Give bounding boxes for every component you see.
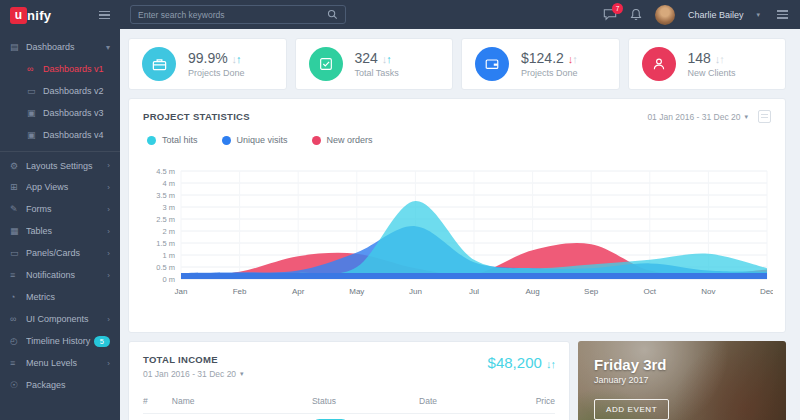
svg-text:4 m: 4 m xyxy=(162,179,175,188)
chevron-right-icon: › xyxy=(107,249,110,258)
sidebar-item-notifications[interactable]: ≡Notifications› xyxy=(0,264,120,286)
sidebar-item-dashboards-v3[interactable]: ▣Dashboards v3 xyxy=(0,102,120,124)
user-name[interactable]: Charlie Bailey xyxy=(688,10,744,20)
income-table: #NameStatusDatePrice 1 Business Tools Pa… xyxy=(143,392,555,420)
sidebar-item-dashboards[interactable]: ▤Dashboards▾ xyxy=(0,36,120,58)
sidebar-item-timeline-history[interactable]: ◴Timeline History5 xyxy=(0,330,120,352)
stat-card-new-clients: 148 ↓↑ New Clients xyxy=(628,38,787,90)
svg-text:Dec: Dec xyxy=(760,287,773,296)
legend-item-new-orders[interactable]: New orders xyxy=(312,135,373,145)
clock-icon: ◔ xyxy=(10,292,26,302)
svg-text:Oct: Oct xyxy=(644,287,657,296)
avatar[interactable] xyxy=(655,5,675,25)
column-header-status[interactable]: Status xyxy=(312,392,419,414)
sidebar-item-tables[interactable]: ▦Tables› xyxy=(0,220,120,242)
topbar: 7 Charlie Bailey ▾ xyxy=(120,0,800,29)
search-box[interactable] xyxy=(130,5,346,24)
legend-item-unique-visits[interactable]: Unique visits xyxy=(222,135,288,145)
infinity-icon: ∞ xyxy=(10,314,26,324)
chevron-down-icon[interactable]: ▾ xyxy=(756,11,760,19)
sidebar-item-packages[interactable]: ☉Packages xyxy=(0,374,120,396)
search-icon[interactable] xyxy=(327,9,338,20)
sidebar-item-dashboards-v4[interactable]: ▣Dashboards v4 xyxy=(0,124,120,146)
sidebar-collapse-icon[interactable] xyxy=(99,11,110,20)
sidebar-menu: ▤Dashboards▾∞Dashboards v1▭Dashboards v2… xyxy=(0,36,120,396)
calendar-icon[interactable] xyxy=(758,110,771,123)
column-header-name[interactable]: Name xyxy=(172,392,312,414)
infinity-icon: ∞ xyxy=(27,64,43,74)
chevron-right-icon: › xyxy=(107,161,110,170)
svg-text:Jul: Jul xyxy=(469,287,479,296)
gear-icon: ⚙ xyxy=(10,161,26,171)
svg-text:1.5 m: 1.5 m xyxy=(156,239,175,248)
stat-value: 324 xyxy=(355,50,378,66)
total-income-title: TOTAL INCOME xyxy=(143,354,244,365)
logo-text: nify xyxy=(27,8,51,23)
svg-text:Jun: Jun xyxy=(409,287,422,296)
sidebar-item-label: Forms xyxy=(26,204,107,214)
chart-date-range[interactable]: 01 Jan 2016 - 31 Dec 20 ▾ xyxy=(647,110,771,123)
history-clock-icon: ◴ xyxy=(10,336,26,346)
total-income-card: TOTAL INCOME 01 Jan 2016 - 31 Dec 20 ▾ $… xyxy=(128,341,570,420)
check-square-icon xyxy=(309,47,343,81)
logo: u nify xyxy=(0,0,120,30)
logo-mark: u xyxy=(10,7,27,24)
sidebar-item-ui-components[interactable]: ∞UI Components› xyxy=(0,308,120,330)
sidebar-item-layouts-settings[interactable]: ⚙Layouts Settings› xyxy=(0,151,120,176)
sidebar-item-label: Menu Levels xyxy=(26,358,107,368)
stat-label: Projects Done xyxy=(521,68,578,78)
briefcase-icon: ▣ xyxy=(27,108,43,118)
search-input[interactable] xyxy=(138,10,327,20)
stat-card-projects-done: 99.9% ↓↑ Projects Done xyxy=(128,38,287,90)
total-income-date-range[interactable]: 01 Jan 2016 - 31 Dec 20 ▾ xyxy=(143,369,244,379)
event-day: Friday 3rd xyxy=(594,356,770,373)
total-income-amount: $48,200 ↓↑ xyxy=(488,354,555,371)
messages-badge: 7 xyxy=(612,3,623,14)
svg-text:4.5 m: 4.5 m xyxy=(156,167,175,176)
svg-text:3.5 m: 3.5 m xyxy=(156,191,175,200)
sidebar-item-label: UI Components xyxy=(26,314,107,324)
legend-dot xyxy=(222,136,231,145)
windows-icon: ⊞ xyxy=(10,182,26,192)
sidebar-item-label: Notifications xyxy=(26,270,107,280)
stat-card-total-tasks: 324 ↓↑ Total Tasks xyxy=(295,38,454,90)
chart-legend: Total hitsUnique visitsNew orders xyxy=(147,135,771,145)
sidebar-item-panels-cards[interactable]: ▭Panels/Cards› xyxy=(0,242,120,264)
sidebar-item-metrics[interactable]: ◔Metrics xyxy=(0,286,120,308)
topbar-menu-icon[interactable] xyxy=(777,10,788,19)
sidebar-item-dashboards-v1[interactable]: ∞Dashboards v1 xyxy=(0,58,120,80)
svg-text:2.5 m: 2.5 m xyxy=(156,215,175,224)
lightbulb-icon: ☉ xyxy=(10,380,26,390)
stats-row: 99.9% ↓↑ Projects Done 324 ↓↑ Total Task… xyxy=(128,38,786,90)
chart-title: PROJECT STATISTICS xyxy=(143,111,250,122)
column-header-date[interactable]: Date xyxy=(419,392,506,414)
columns-icon: ▤ xyxy=(10,42,26,52)
svg-text:2 m: 2 m xyxy=(162,227,175,236)
svg-text:Sep: Sep xyxy=(584,287,599,296)
sidebar-item-app-views[interactable]: ⊞App Views› xyxy=(0,176,120,198)
stat-card-projects-done-amount: $124.2 ↓↑ Projects Done xyxy=(461,38,620,90)
sidebar-item-label: Layouts Settings xyxy=(26,161,107,171)
column-header-price[interactable]: Price xyxy=(506,392,555,414)
sidebar-item-menu-levels[interactable]: ≡Menu Levels› xyxy=(0,352,120,374)
column-header-num[interactable]: # xyxy=(143,392,172,414)
stat-label: New Clients xyxy=(688,68,736,78)
chevron-right-icon: › xyxy=(107,271,110,280)
messages-button[interactable]: 7 xyxy=(603,8,617,21)
stat-label: Total Tasks xyxy=(355,68,399,78)
briefcase-icon xyxy=(142,47,176,81)
table-row[interactable]: 1 Business Tools Paid Jan 10, 2016 $2345 xyxy=(143,414,555,420)
stat-value: 99.9% xyxy=(188,50,228,66)
sidebar-item-dashboards-v2[interactable]: ▭Dashboards v2 xyxy=(0,80,120,102)
legend-item-total-hits[interactable]: Total hits xyxy=(147,135,198,145)
sidebar-item-label: Dashboards v2 xyxy=(43,86,110,96)
add-event-button[interactable]: ADD EVENT xyxy=(594,399,669,420)
svg-text:Nov: Nov xyxy=(701,287,715,296)
table-header-row: #NameStatusDatePrice xyxy=(143,392,555,414)
project-statistics-chart: 0 m0.5 m1 m1.5 m2 m2.5 m3 m3.5 m4 m4.5 m… xyxy=(143,145,771,313)
notifications-button[interactable] xyxy=(630,8,642,21)
sidebar-item-forms[interactable]: ✎Forms› xyxy=(0,198,120,220)
svg-text:Feb: Feb xyxy=(233,287,247,296)
svg-text:May: May xyxy=(349,287,364,296)
user-icon xyxy=(642,47,676,81)
